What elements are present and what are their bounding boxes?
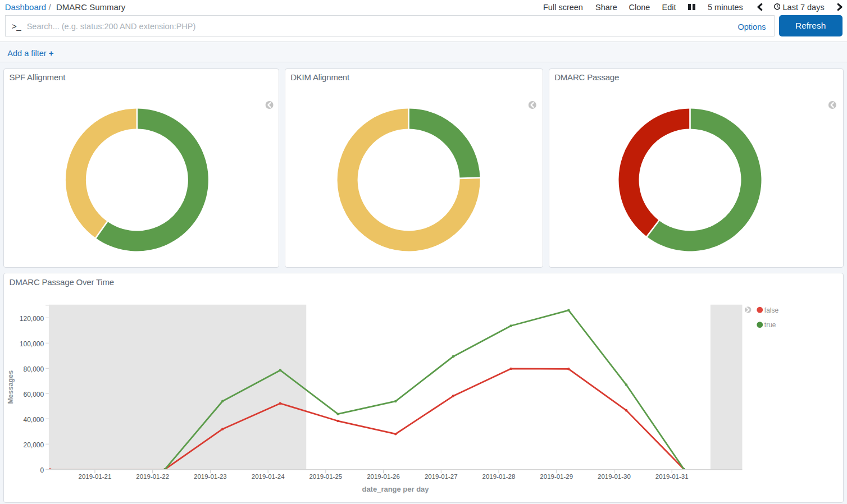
svg-text:0: 0 (40, 466, 44, 474)
svg-text:20,000: 20,000 (24, 441, 44, 449)
svg-text:2019-01-29: 2019-01-29 (540, 474, 573, 480)
svg-text:2019-01-23: 2019-01-23 (194, 474, 227, 480)
svg-text:2019-01-27: 2019-01-27 (425, 474, 458, 480)
svg-text:Messages: Messages (7, 370, 15, 404)
svg-text:2019-01-31: 2019-01-31 (655, 474, 689, 480)
svg-text:2019-01-25: 2019-01-25 (309, 474, 342, 480)
svg-text:80,000: 80,000 (24, 365, 44, 373)
svg-text:2019-01-22: 2019-01-22 (136, 474, 169, 480)
svg-text:date_range per day: date_range per day (362, 485, 429, 493)
svg-text:2019-01-28: 2019-01-28 (482, 474, 516, 480)
svg-text:2019-01-30: 2019-01-30 (598, 474, 631, 480)
svg-text:false: false (764, 306, 779, 314)
svg-text:120,000: 120,000 (20, 315, 44, 323)
svg-text:2019-01-21: 2019-01-21 (79, 474, 112, 480)
svg-text:2019-01-24: 2019-01-24 (252, 474, 285, 480)
svg-text:true: true (764, 321, 776, 329)
svg-text:40,000: 40,000 (24, 416, 44, 424)
svg-text:100,000: 100,000 (20, 340, 44, 348)
svg-text:2019-01-26: 2019-01-26 (367, 474, 400, 480)
svg-text:60,000: 60,000 (24, 391, 44, 398)
